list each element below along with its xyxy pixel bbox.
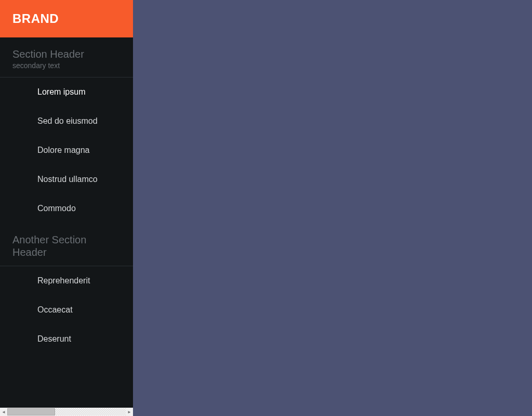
nav-item-label: Nostrud ullamco xyxy=(37,175,98,184)
scroll-left-arrow-icon[interactable]: ◄ xyxy=(0,408,7,415)
scroll-track[interactable] xyxy=(7,408,126,415)
nav-item-label: Commodo xyxy=(37,204,76,213)
nav-item-lorem-ipsum[interactable]: Lorem ipsum xyxy=(0,77,133,107)
nav-item-label: Dolore magna xyxy=(37,146,90,155)
section-secondary: secondary text xyxy=(12,61,121,70)
scroll-right-arrow-icon[interactable]: ► xyxy=(126,408,133,415)
nav-item-label: Lorem ipsum xyxy=(37,87,85,97)
section-title: Section Header xyxy=(12,48,121,60)
section-header-1: Another Section Header xyxy=(0,223,133,266)
nav-item-deserunt[interactable]: Deserunt xyxy=(0,324,133,354)
nav-item-reprehenderit[interactable]: Reprehenderit xyxy=(0,266,133,295)
nav-item-label: Deserunt xyxy=(37,334,71,344)
section-title: Another Section Header xyxy=(12,233,121,258)
nav-item-occaecat[interactable]: Occaecat xyxy=(0,295,133,324)
nav-item-dolore-magna[interactable]: Dolore magna xyxy=(0,136,133,165)
nav-item-label: Occaecat xyxy=(37,305,73,315)
scroll-thumb[interactable] xyxy=(7,408,55,415)
nav-item-sed-do-eiusmod[interactable]: Sed do eiusmod xyxy=(0,107,133,136)
main-content xyxy=(133,0,532,408)
nav-item-nostrud-ullamco[interactable]: Nostrud ullamco xyxy=(0,165,133,194)
brand-header[interactable]: BRAND xyxy=(0,0,133,37)
nav-item-commodo[interactable]: Commodo xyxy=(0,194,133,223)
sidebar: BRAND Section Header secondary text Lore… xyxy=(0,0,133,408)
nav-item-label: Reprehenderit xyxy=(37,276,90,285)
nav-item-label: Sed do eiusmod xyxy=(37,116,98,126)
brand-title: BRAND xyxy=(12,11,59,26)
section-header-0: Section Header secondary text xyxy=(0,37,133,77)
nav-list-0: Lorem ipsum Sed do eiusmod Dolore magna … xyxy=(0,77,133,223)
horizontal-scrollbar[interactable]: ◄ ► xyxy=(0,408,133,416)
nav-list-1: Reprehenderit Occaecat Deserunt xyxy=(0,266,133,354)
